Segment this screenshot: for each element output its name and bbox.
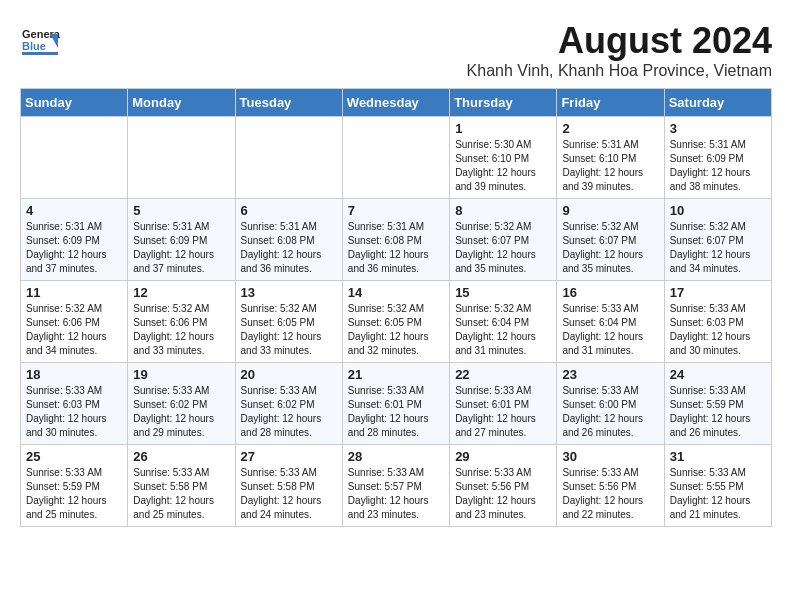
calendar-cell-3-1: 11Sunrise: 5:32 AM Sunset: 6:06 PM Dayli… [21, 281, 128, 363]
day-info: Sunrise: 5:32 AM Sunset: 6:05 PM Dayligh… [241, 302, 337, 358]
calendar-week-2: 4Sunrise: 5:31 AM Sunset: 6:09 PM Daylig… [21, 199, 772, 281]
calendar-week-3: 11Sunrise: 5:32 AM Sunset: 6:06 PM Dayli… [21, 281, 772, 363]
day-info: Sunrise: 5:33 AM Sunset: 5:58 PM Dayligh… [133, 466, 229, 522]
calendar-cell-1-7: 3Sunrise: 5:31 AM Sunset: 6:09 PM Daylig… [664, 117, 771, 199]
day-info: Sunrise: 5:31 AM Sunset: 6:09 PM Dayligh… [133, 220, 229, 276]
day-info: Sunrise: 5:32 AM Sunset: 6:06 PM Dayligh… [133, 302, 229, 358]
day-info: Sunrise: 5:33 AM Sunset: 5:56 PM Dayligh… [562, 466, 658, 522]
calendar-cell-4-4: 21Sunrise: 5:33 AM Sunset: 6:01 PM Dayli… [342, 363, 449, 445]
day-info: Sunrise: 5:33 AM Sunset: 5:55 PM Dayligh… [670, 466, 766, 522]
day-info: Sunrise: 5:31 AM Sunset: 6:08 PM Dayligh… [348, 220, 444, 276]
calendar-cell-4-5: 22Sunrise: 5:33 AM Sunset: 6:01 PM Dayli… [450, 363, 557, 445]
day-info: Sunrise: 5:33 AM Sunset: 6:02 PM Dayligh… [241, 384, 337, 440]
day-number: 22 [455, 367, 551, 382]
day-number: 15 [455, 285, 551, 300]
calendar-cell-4-6: 23Sunrise: 5:33 AM Sunset: 6:00 PM Dayli… [557, 363, 664, 445]
day-number: 1 [455, 121, 551, 136]
calendar-week-5: 25Sunrise: 5:33 AM Sunset: 5:59 PM Dayli… [21, 445, 772, 527]
calendar-cell-5-3: 27Sunrise: 5:33 AM Sunset: 5:58 PM Dayli… [235, 445, 342, 527]
day-info: Sunrise: 5:32 AM Sunset: 6:07 PM Dayligh… [670, 220, 766, 276]
calendar-cell-3-6: 16Sunrise: 5:33 AM Sunset: 6:04 PM Dayli… [557, 281, 664, 363]
logo: General Blue [20, 20, 64, 64]
day-info: Sunrise: 5:33 AM Sunset: 5:56 PM Dayligh… [455, 466, 551, 522]
calendar-cell-3-7: 17Sunrise: 5:33 AM Sunset: 6:03 PM Dayli… [664, 281, 771, 363]
calendar-cell-2-5: 8Sunrise: 5:32 AM Sunset: 6:07 PM Daylig… [450, 199, 557, 281]
calendar-cell-5-6: 30Sunrise: 5:33 AM Sunset: 5:56 PM Dayli… [557, 445, 664, 527]
day-info: Sunrise: 5:33 AM Sunset: 5:58 PM Dayligh… [241, 466, 337, 522]
calendar-cell-2-3: 6Sunrise: 5:31 AM Sunset: 6:08 PM Daylig… [235, 199, 342, 281]
day-info: Sunrise: 5:32 AM Sunset: 6:06 PM Dayligh… [26, 302, 122, 358]
day-number: 21 [348, 367, 444, 382]
calendar-cell-2-2: 5Sunrise: 5:31 AM Sunset: 6:09 PM Daylig… [128, 199, 235, 281]
day-info: Sunrise: 5:32 AM Sunset: 6:07 PM Dayligh… [562, 220, 658, 276]
calendar-cell-5-2: 26Sunrise: 5:33 AM Sunset: 5:58 PM Dayli… [128, 445, 235, 527]
calendar-week-1: 1Sunrise: 5:30 AM Sunset: 6:10 PM Daylig… [21, 117, 772, 199]
day-number: 8 [455, 203, 551, 218]
day-number: 12 [133, 285, 229, 300]
day-info: Sunrise: 5:31 AM Sunset: 6:10 PM Dayligh… [562, 138, 658, 194]
day-number: 6 [241, 203, 337, 218]
day-number: 11 [26, 285, 122, 300]
day-number: 31 [670, 449, 766, 464]
calendar-cell-4-7: 24Sunrise: 5:33 AM Sunset: 5:59 PM Dayli… [664, 363, 771, 445]
weekday-header-thursday: Thursday [450, 89, 557, 117]
day-number: 4 [26, 203, 122, 218]
calendar-cell-4-3: 20Sunrise: 5:33 AM Sunset: 6:02 PM Dayli… [235, 363, 342, 445]
calendar-cell-1-3 [235, 117, 342, 199]
calendar-cell-4-2: 19Sunrise: 5:33 AM Sunset: 6:02 PM Dayli… [128, 363, 235, 445]
calendar-cell-4-1: 18Sunrise: 5:33 AM Sunset: 6:03 PM Dayli… [21, 363, 128, 445]
svg-text:Blue: Blue [22, 40, 46, 52]
svg-marker-2 [50, 34, 58, 48]
day-number: 3 [670, 121, 766, 136]
weekday-header-wednesday: Wednesday [342, 89, 449, 117]
calendar-cell-5-7: 31Sunrise: 5:33 AM Sunset: 5:55 PM Dayli… [664, 445, 771, 527]
calendar-cell-5-1: 25Sunrise: 5:33 AM Sunset: 5:59 PM Dayli… [21, 445, 128, 527]
day-number: 26 [133, 449, 229, 464]
day-info: Sunrise: 5:30 AM Sunset: 6:10 PM Dayligh… [455, 138, 551, 194]
title-block: August 2024 Khanh Vinh, Khanh Hoa Provin… [467, 20, 772, 80]
svg-rect-3 [22, 52, 58, 55]
day-info: Sunrise: 5:33 AM Sunset: 6:03 PM Dayligh… [26, 384, 122, 440]
calendar-title: August 2024 [467, 20, 772, 62]
day-info: Sunrise: 5:31 AM Sunset: 6:09 PM Dayligh… [670, 138, 766, 194]
day-number: 27 [241, 449, 337, 464]
day-number: 13 [241, 285, 337, 300]
day-info: Sunrise: 5:33 AM Sunset: 6:01 PM Dayligh… [455, 384, 551, 440]
day-number: 29 [455, 449, 551, 464]
calendar-cell-3-5: 15Sunrise: 5:32 AM Sunset: 6:04 PM Dayli… [450, 281, 557, 363]
calendar-table: SundayMondayTuesdayWednesdayThursdayFrid… [20, 88, 772, 527]
day-info: Sunrise: 5:32 AM Sunset: 6:04 PM Dayligh… [455, 302, 551, 358]
day-info: Sunrise: 5:32 AM Sunset: 6:07 PM Dayligh… [455, 220, 551, 276]
day-info: Sunrise: 5:33 AM Sunset: 6:03 PM Dayligh… [670, 302, 766, 358]
calendar-cell-1-2 [128, 117, 235, 199]
calendar-subtitle: Khanh Vinh, Khanh Hoa Province, Vietnam [467, 62, 772, 80]
day-info: Sunrise: 5:33 AM Sunset: 6:04 PM Dayligh… [562, 302, 658, 358]
calendar-cell-3-2: 12Sunrise: 5:32 AM Sunset: 6:06 PM Dayli… [128, 281, 235, 363]
day-number: 16 [562, 285, 658, 300]
logo-icon: General Blue [20, 20, 60, 64]
day-number: 14 [348, 285, 444, 300]
calendar-cell-1-4 [342, 117, 449, 199]
day-info: Sunrise: 5:33 AM Sunset: 5:59 PM Dayligh… [670, 384, 766, 440]
day-info: Sunrise: 5:33 AM Sunset: 5:57 PM Dayligh… [348, 466, 444, 522]
day-number: 28 [348, 449, 444, 464]
day-number: 23 [562, 367, 658, 382]
weekday-header-friday: Friday [557, 89, 664, 117]
day-info: Sunrise: 5:33 AM Sunset: 6:01 PM Dayligh… [348, 384, 444, 440]
calendar-cell-2-1: 4Sunrise: 5:31 AM Sunset: 6:09 PM Daylig… [21, 199, 128, 281]
calendar-cell-2-6: 9Sunrise: 5:32 AM Sunset: 6:07 PM Daylig… [557, 199, 664, 281]
weekday-header-sunday: Sunday [21, 89, 128, 117]
day-number: 7 [348, 203, 444, 218]
calendar-cell-3-4: 14Sunrise: 5:32 AM Sunset: 6:05 PM Dayli… [342, 281, 449, 363]
day-number: 19 [133, 367, 229, 382]
day-info: Sunrise: 5:31 AM Sunset: 6:09 PM Dayligh… [26, 220, 122, 276]
calendar-cell-2-7: 10Sunrise: 5:32 AM Sunset: 6:07 PM Dayli… [664, 199, 771, 281]
weekday-header-tuesday: Tuesday [235, 89, 342, 117]
day-info: Sunrise: 5:33 AM Sunset: 6:02 PM Dayligh… [133, 384, 229, 440]
calendar-week-4: 18Sunrise: 5:33 AM Sunset: 6:03 PM Dayli… [21, 363, 772, 445]
weekday-header-saturday: Saturday [664, 89, 771, 117]
day-number: 9 [562, 203, 658, 218]
day-number: 18 [26, 367, 122, 382]
calendar-cell-5-4: 28Sunrise: 5:33 AM Sunset: 5:57 PM Dayli… [342, 445, 449, 527]
day-info: Sunrise: 5:31 AM Sunset: 6:08 PM Dayligh… [241, 220, 337, 276]
